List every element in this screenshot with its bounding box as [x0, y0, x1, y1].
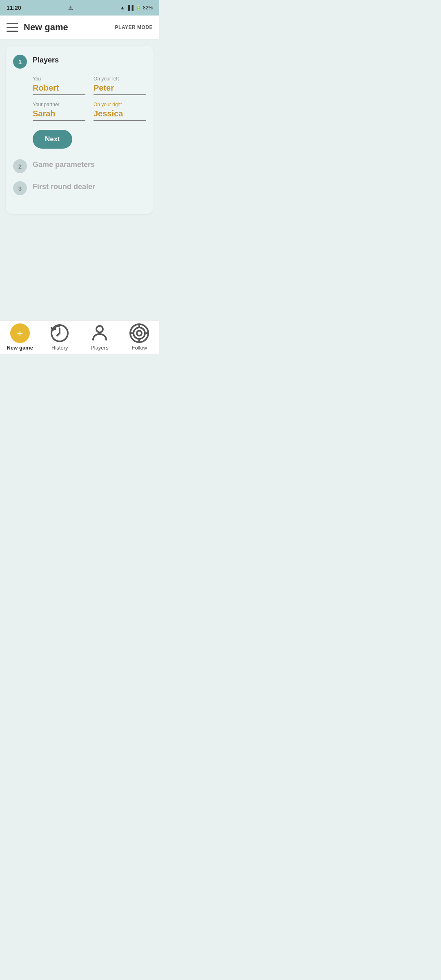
- nav-players-label: Players: [91, 345, 108, 351]
- player-partner-field: Your partner Sarah: [33, 102, 85, 121]
- step-1-circle: 1: [13, 55, 27, 69]
- player-left-field: On your left Peter: [94, 76, 146, 95]
- follow-icon: [129, 323, 149, 343]
- step-3-row: 3 First round dealer: [13, 180, 146, 195]
- step-2-row: 2 Game parameters: [13, 158, 146, 173]
- alert-icon: ⚠: [68, 5, 73, 11]
- wifi-icon: ▲: [120, 5, 125, 11]
- nav-history-icon-wrap: [50, 323, 69, 343]
- nav-follow-icon-wrap: [129, 323, 149, 343]
- person-icon: [90, 323, 109, 343]
- bottom-nav: + New game History Players: [0, 320, 159, 354]
- player-right-label: On your right: [94, 102, 146, 107]
- status-bar: 11:20 ⚠ ▲ ▐▐ 🔋 82%: [0, 0, 159, 16]
- players-grid: You Robert On your left Peter Your partn…: [33, 76, 146, 121]
- status-icons: ▲ ▐▐ 🔋 82%: [120, 5, 153, 11]
- step-2-label: Game parameters: [33, 160, 95, 169]
- nav-history[interactable]: History: [45, 323, 74, 351]
- player-you-name[interactable]: Robert: [33, 83, 85, 95]
- step-1-row: 1 Players: [13, 54, 146, 69]
- svg-point-2: [137, 331, 142, 336]
- player-you-label: You: [33, 76, 85, 82]
- player-you-field: You Robert: [33, 76, 85, 95]
- step-3-label: First round dealer: [33, 183, 95, 191]
- nav-history-label: History: [51, 345, 68, 351]
- player-right-name[interactable]: Jessica: [94, 109, 146, 121]
- player-right-field: On your right Jessica: [94, 102, 146, 121]
- menu-icon[interactable]: [7, 23, 18, 32]
- battery-icon: 🔋: [135, 5, 141, 11]
- players-section: You Robert On your left Peter Your partn…: [33, 76, 146, 149]
- next-button[interactable]: Next: [33, 130, 72, 149]
- setup-card: 1 Players You Robert On your left Peter: [6, 46, 154, 214]
- main-content: 1 Players You Robert On your left Peter: [0, 39, 159, 320]
- player-mode-button[interactable]: PLAYER MODE: [115, 24, 153, 30]
- history-icon: [50, 323, 69, 343]
- player-partner-label: Your partner: [33, 102, 85, 107]
- status-time: 11:20: [7, 4, 21, 11]
- svg-point-1: [96, 326, 103, 332]
- top-bar: New game PLAYER MODE: [0, 16, 159, 39]
- nav-new-game[interactable]: + New game: [6, 323, 34, 351]
- player-partner-name[interactable]: Sarah: [33, 109, 85, 121]
- nav-players-icon-wrap: [90, 323, 109, 343]
- nav-new-game-label: New game: [7, 345, 33, 351]
- step-2-circle: 2: [13, 159, 27, 173]
- svg-point-3: [134, 327, 145, 339]
- signal-icon: ▐▐: [127, 5, 134, 11]
- player-left-name[interactable]: Peter: [94, 83, 146, 95]
- nav-follow[interactable]: Follow: [125, 323, 154, 351]
- nav-follow-label: Follow: [131, 345, 147, 351]
- nav-players[interactable]: Players: [85, 323, 114, 351]
- page-title: New game: [24, 22, 115, 33]
- player-left-label: On your left: [94, 76, 146, 82]
- battery-level: 82%: [143, 5, 153, 11]
- plus-icon: +: [17, 328, 23, 339]
- step-3-circle: 3: [13, 181, 27, 195]
- step-1-label: Players: [33, 56, 59, 65]
- nav-new-game-icon-wrap: +: [10, 323, 30, 343]
